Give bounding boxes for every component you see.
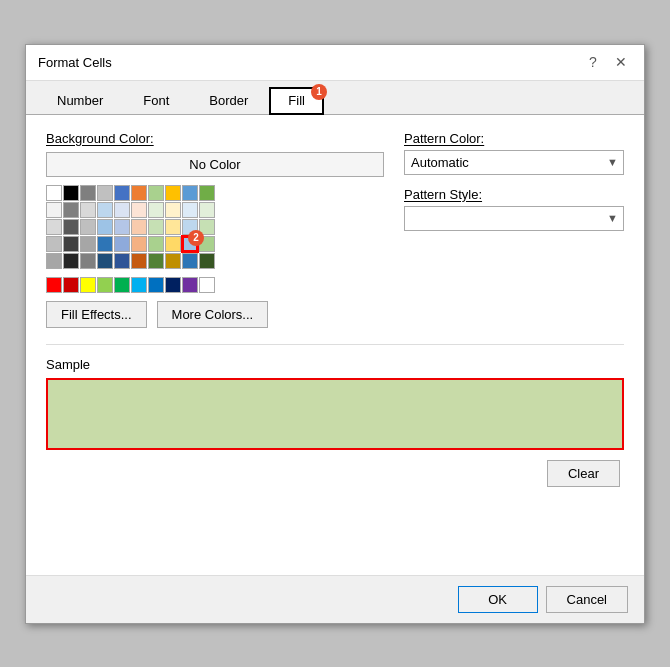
color-cell[interactable] bbox=[182, 202, 198, 218]
color-row bbox=[46, 202, 384, 218]
color-cell[interactable] bbox=[46, 253, 62, 269]
color-cell[interactable] bbox=[114, 219, 130, 235]
color-cell[interactable] bbox=[46, 185, 62, 201]
color-cell[interactable] bbox=[46, 277, 62, 293]
main-columns: Background Color: No Color 2 Fill Effect… bbox=[46, 131, 624, 328]
color-row bbox=[46, 219, 384, 235]
dialog-footer: OK Cancel bbox=[26, 575, 644, 623]
format-cells-dialog: Format Cells ? ✕ Number Font Border Fill… bbox=[25, 44, 645, 624]
dialog-title: Format Cells bbox=[38, 55, 112, 70]
color-cell[interactable] bbox=[97, 185, 113, 201]
color-cell[interactable] bbox=[148, 219, 164, 235]
sample-label: Sample bbox=[46, 357, 624, 372]
color-cell[interactable] bbox=[63, 253, 79, 269]
color-cell[interactable] bbox=[199, 185, 215, 201]
color-cell[interactable] bbox=[131, 202, 147, 218]
pattern-color-select[interactable]: Automatic bbox=[404, 150, 624, 175]
tab-number[interactable]: Number bbox=[38, 87, 122, 114]
color-cell[interactable] bbox=[131, 219, 147, 235]
color-cell[interactable] bbox=[80, 219, 96, 235]
color-cell[interactable] bbox=[199, 277, 215, 293]
tab-fill-badge: 1 bbox=[311, 84, 327, 100]
color-cell[interactable] bbox=[63, 236, 79, 252]
color-cell[interactable] bbox=[80, 277, 96, 293]
fill-effects-button[interactable]: Fill Effects... bbox=[46, 301, 147, 328]
color-grid: 2 bbox=[46, 185, 384, 293]
color-row bbox=[46, 277, 384, 293]
help-button[interactable]: ? bbox=[582, 51, 604, 73]
color-cell[interactable] bbox=[63, 202, 79, 218]
color-cell[interactable] bbox=[131, 277, 147, 293]
color-cell[interactable] bbox=[148, 236, 164, 252]
left-column: Background Color: No Color 2 Fill Effect… bbox=[46, 131, 384, 328]
sample-box bbox=[46, 378, 624, 450]
tab-fill[interactable]: Fill 1 bbox=[269, 87, 324, 115]
color-cell[interactable] bbox=[114, 236, 130, 252]
pattern-style-select-wrapper: ▼ bbox=[404, 206, 624, 231]
color-cell[interactable] bbox=[165, 219, 181, 235]
color-cell[interactable] bbox=[131, 253, 147, 269]
extra-buttons: Fill Effects... More Colors... bbox=[46, 301, 384, 328]
color-cell[interactable] bbox=[199, 202, 215, 218]
title-bar-controls: ? ✕ bbox=[582, 51, 632, 73]
color-cell[interactable] bbox=[80, 185, 96, 201]
tab-content: Background Color: No Color 2 Fill Effect… bbox=[26, 115, 644, 575]
color-cell[interactable] bbox=[97, 253, 113, 269]
tab-border[interactable]: Border bbox=[190, 87, 267, 114]
color-cell[interactable] bbox=[165, 185, 181, 201]
title-bar: Format Cells ? ✕ bbox=[26, 45, 644, 81]
color-cell[interactable] bbox=[148, 185, 164, 201]
clear-button[interactable]: Clear bbox=[547, 460, 620, 487]
cancel-button[interactable]: Cancel bbox=[546, 586, 628, 613]
title-bar-left: Format Cells bbox=[38, 55, 112, 70]
color-cell[interactable] bbox=[46, 236, 62, 252]
ok-button[interactable]: OK bbox=[458, 586, 538, 613]
color-cell[interactable] bbox=[148, 202, 164, 218]
color-cell[interactable] bbox=[46, 202, 62, 218]
color-cell[interactable] bbox=[165, 253, 181, 269]
color-cell[interactable] bbox=[63, 277, 79, 293]
color-cell[interactable] bbox=[97, 236, 113, 252]
color-cell[interactable] bbox=[114, 277, 130, 293]
color-cell[interactable] bbox=[114, 185, 130, 201]
color-cell[interactable] bbox=[182, 185, 198, 201]
close-button[interactable]: ✕ bbox=[610, 51, 632, 73]
pattern-style-label: Pattern Style: bbox=[404, 187, 624, 202]
color-cell[interactable] bbox=[114, 253, 130, 269]
color-row bbox=[46, 185, 384, 201]
color-cell[interactable] bbox=[182, 277, 198, 293]
right-column: Pattern Color: Automatic ▼ Pattern Style… bbox=[404, 131, 624, 328]
color-cell[interactable] bbox=[199, 253, 215, 269]
color-cell[interactable]: 2 bbox=[182, 236, 198, 252]
color-cell-badge: 2 bbox=[188, 230, 204, 246]
color-cell[interactable] bbox=[148, 253, 164, 269]
pattern-color-label: Pattern Color: bbox=[404, 131, 624, 146]
tab-font[interactable]: Font bbox=[124, 87, 188, 114]
color-cell[interactable] bbox=[165, 277, 181, 293]
color-row: 2 bbox=[46, 236, 384, 252]
pattern-color-select-wrapper: Automatic ▼ bbox=[404, 150, 624, 175]
color-cell[interactable] bbox=[131, 236, 147, 252]
more-colors-button[interactable]: More Colors... bbox=[157, 301, 269, 328]
no-color-button[interactable]: No Color bbox=[46, 152, 384, 177]
color-cell[interactable] bbox=[63, 185, 79, 201]
background-color-label: Background Color: bbox=[46, 131, 384, 146]
color-cell[interactable] bbox=[80, 236, 96, 252]
color-cell[interactable] bbox=[114, 202, 130, 218]
pattern-style-select[interactable] bbox=[404, 206, 624, 231]
clear-button-wrapper: Clear bbox=[46, 460, 624, 487]
color-cell[interactable] bbox=[165, 202, 181, 218]
color-row bbox=[46, 253, 384, 269]
color-cell[interactable] bbox=[182, 253, 198, 269]
color-cell[interactable] bbox=[46, 219, 62, 235]
color-cell[interactable] bbox=[97, 219, 113, 235]
color-cell[interactable] bbox=[63, 219, 79, 235]
color-cell[interactable] bbox=[165, 236, 181, 252]
tab-bar: Number Font Border Fill 1 bbox=[26, 81, 644, 115]
color-cell[interactable] bbox=[80, 253, 96, 269]
color-cell[interactable] bbox=[131, 185, 147, 201]
color-cell[interactable] bbox=[148, 277, 164, 293]
color-cell[interactable] bbox=[80, 202, 96, 218]
color-cell[interactable] bbox=[97, 277, 113, 293]
color-cell[interactable] bbox=[97, 202, 113, 218]
